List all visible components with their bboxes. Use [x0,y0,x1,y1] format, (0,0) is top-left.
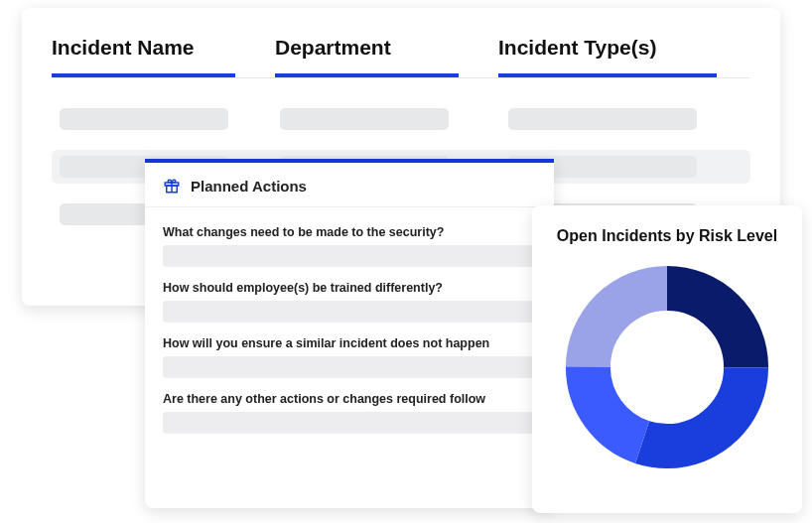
question-block: How should employee(s) be trained differ… [163,281,536,323]
planned-actions-card: Planned Actions What changes need to be … [145,159,554,508]
answer-input[interactable] [163,356,536,378]
skeleton-cell [280,108,449,130]
table-header-incident-types[interactable]: Incident Type(s) [498,36,717,77]
answer-input[interactable] [163,245,536,267]
table-row[interactable] [52,102,750,136]
question-label: What changes need to be made to the secu… [163,225,536,239]
question-block: Are there any other actions or changes r… [163,392,536,434]
skeleton-cell [60,108,228,130]
gift-icon [163,177,181,195]
table-header-incident-name[interactable]: Incident Name [52,36,235,77]
planned-actions-header: Planned Actions [145,163,554,207]
table-header-row: Incident Name Department Incident Type(s… [52,36,750,78]
open-incidents-chart-card: Open Incidents by Risk Level [532,205,802,513]
planned-actions-body: What changes need to be made to the secu… [145,207,554,452]
answer-input[interactable] [163,301,536,323]
skeleton-cell [508,108,697,130]
question-block: What changes need to be made to the secu… [163,225,536,267]
table-header-department[interactable]: Department [275,36,459,77]
question-label: How should employee(s) be trained differ… [163,281,536,295]
chart-title: Open Incidents by Risk Level [550,227,784,245]
donut-chart [563,263,771,471]
question-label: Are there any other actions or changes r… [163,392,536,406]
question-block: How will you ensure a similar incident d… [163,336,536,378]
answer-input[interactable] [163,412,536,434]
question-label: How will you ensure a similar incident d… [163,336,536,350]
planned-actions-title: Planned Actions [191,178,307,195]
donut-svg [563,263,771,471]
